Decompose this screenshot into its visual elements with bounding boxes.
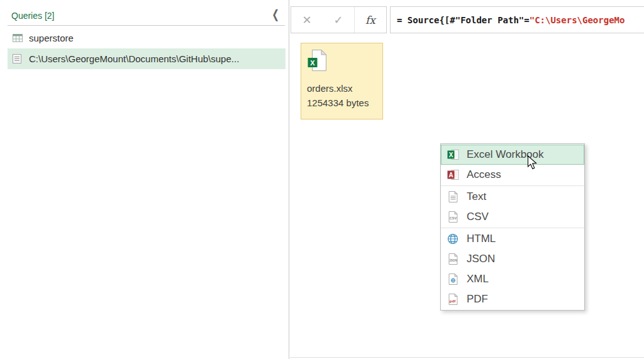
menu-item-json[interactable]: JSON JSON: [441, 249, 584, 269]
open-as-context-menu: X Excel Workbook A Access: [440, 143, 585, 311]
svg-text:X: X: [310, 59, 315, 67]
svg-text:CSV: CSV: [449, 216, 457, 220]
sidebar-divider: [8, 25, 285, 26]
fx-icon[interactable]: fx: [354, 7, 386, 33]
excel-file-icon: X: [308, 50, 326, 71]
cancel-icon[interactable]: ✕: [291, 7, 323, 33]
query-item-folder-path[interactable]: C:\Users\GeorgeMount\Documents\GitHub\su…: [8, 48, 286, 69]
menu-item-text[interactable]: Text: [441, 187, 584, 207]
xml-file-icon: [447, 273, 459, 285]
file-name: orders.xlsx: [307, 81, 382, 96]
accept-icon[interactable]: ✓: [323, 7, 354, 33]
queries-pane-title: Queries [2]: [11, 11, 54, 21]
menu-item-access[interactable]: A Access: [441, 165, 584, 185]
menu-item-label: CSV: [467, 211, 489, 223]
pdf-file-icon: pdf: [447, 293, 459, 306]
menu-item-xml[interactable]: XML: [441, 269, 584, 289]
svg-text:JSON: JSON: [449, 259, 457, 262]
menu-item-label: PDF: [467, 293, 488, 306]
svg-text:X: X: [448, 152, 453, 158]
svg-text:pdf: pdf: [449, 299, 455, 303]
excel-icon: X: [447, 148, 459, 161]
query-item-label: superstore: [29, 33, 74, 43]
query-item-label: C:\Users\GeorgeMount\Documents\GitHub\su…: [29, 53, 239, 64]
menu-separator: [441, 228, 584, 228]
menu-item-html[interactable]: HTML: [441, 229, 584, 249]
menu-item-label: XML: [467, 273, 489, 285]
file-preview-tile[interactable]: X orders.xlsx 1254334 bytes: [301, 43, 383, 119]
text-file-icon: [447, 191, 459, 203]
list-file-icon: [13, 54, 23, 64]
json-file-icon: JSON: [447, 253, 459, 265]
menu-item-label: HTML: [467, 233, 496, 245]
globe-icon: [447, 233, 459, 245]
collapse-pane-chevron-icon[interactable]: ❮: [272, 7, 279, 21]
csv-file-icon: CSV: [447, 211, 459, 223]
menu-item-label: Text: [467, 191, 486, 203]
formula-input[interactable]: = Source{[#"Folder Path"="C:\Users\Georg…: [390, 6, 644, 33]
menu-item-csv[interactable]: CSV CSV: [441, 207, 584, 227]
bottom-divider: [290, 357, 644, 358]
formula-bar-buttons: ✕ ✓ fx: [291, 6, 387, 33]
access-icon: A: [447, 168, 459, 181]
file-size: 1254334 bytes: [307, 96, 382, 110]
formula-string-literal: "C:\Users\GeorgeMo: [530, 15, 625, 25]
svg-text:A: A: [448, 172, 453, 179]
menu-separator: [441, 185, 584, 186]
table-icon: [13, 34, 23, 42]
menu-item-label: Access: [467, 168, 501, 181]
power-query-editor-window: Queries [2] ❮ superstore: [0, 0, 644, 359]
menu-item-label: Excel Workbook: [467, 148, 544, 161]
menu-item-pdf[interactable]: pdf PDF: [441, 289, 584, 309]
query-item-superstore[interactable]: superstore: [8, 28, 286, 48]
formula-code: = Source{[#"Folder Path"=: [397, 15, 530, 25]
menu-item-label: JSON: [467, 253, 495, 265]
queries-pane: Queries [2] ❮ superstore: [0, 0, 289, 359]
menu-item-excel-workbook[interactable]: X Excel Workbook: [441, 145, 584, 165]
query-list: superstore C:\Users\GeorgeMount\Document…: [0, 28, 289, 69]
